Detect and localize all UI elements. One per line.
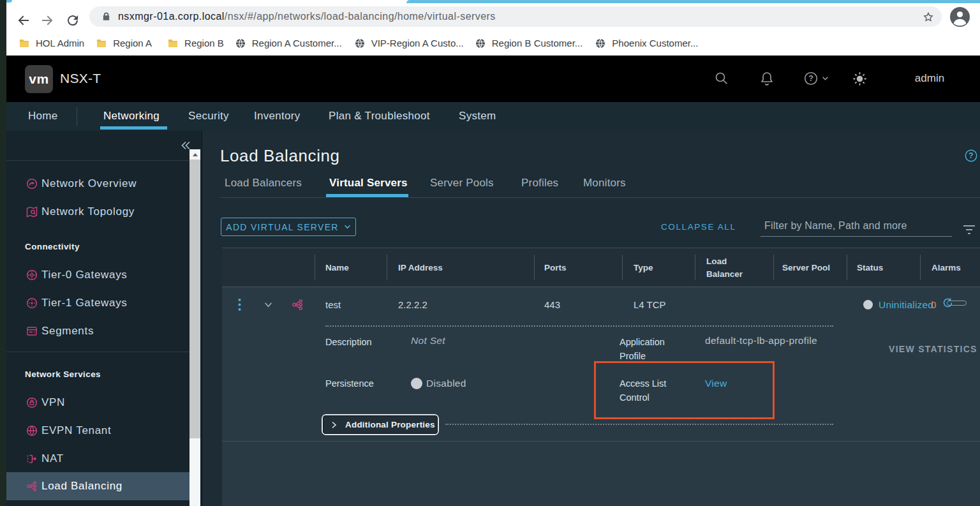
bookmark-label: Region A Customer... (252, 38, 342, 48)
view-statistics-button[interactable]: VIEW STATISTICS (889, 344, 977, 354)
chevron-right-icon (330, 421, 338, 429)
additional-properties-button[interactable]: Additional Properties (322, 414, 439, 435)
tab-server-pools[interactable]: Server Pools (430, 177, 494, 196)
cell-ip-address: 2.2.2.2 (398, 288, 427, 322)
url-path: /nsx/#/app/networks/load-balancing/home/… (225, 11, 496, 22)
bookmark-label: Region B (184, 38, 224, 48)
nav-inventory[interactable]: Inventory (254, 102, 301, 130)
sidebar-item-nat[interactable]: NAT (6, 445, 189, 473)
annotation-highlight-box (594, 361, 775, 419)
sidebar-item-segments[interactable]: Segments (6, 317, 189, 345)
bookmark-folder[interactable]: Region B (168, 34, 224, 52)
url-host: nsxmgr-01a.corp.local (118, 11, 225, 22)
bookmark-star-icon[interactable] (921, 10, 934, 23)
sidebar-item-load-balancing[interactable]: Load Balancing (6, 472, 189, 500)
browser-toolbar: nsxmgr-01a.corp.local/nsx/#/app/networks… (6, 3, 980, 31)
filter-field[interactable] (761, 216, 952, 237)
sidebar-section-connectivity: Connectivity (25, 242, 80, 251)
tabs-border (220, 197, 980, 198)
user-menu[interactable]: admin (895, 56, 965, 101)
forward-button[interactable] (38, 11, 56, 29)
bookmark-link[interactable]: Region B Customer... (475, 34, 583, 52)
bookmark-folder[interactable]: Region A (96, 34, 152, 52)
back-button[interactable] (15, 11, 33, 29)
notifications-bell-icon[interactable] (759, 71, 775, 86)
cell-status: Uninitialized (863, 288, 933, 322)
sidebar-item-network-topology[interactable]: Network Topology (6, 198, 189, 226)
persistence-value: Disabled (426, 376, 466, 391)
refresh-button[interactable] (64, 11, 82, 29)
cell-type: L4 TCP (634, 288, 666, 322)
sidebar-item-vpn[interactable]: VPN (6, 389, 189, 417)
folder-icon (19, 38, 29, 48)
nav-home[interactable]: Home (28, 102, 58, 130)
bookmark-label: Region B Customer... (492, 38, 583, 48)
help-icon[interactable]: ? (803, 71, 819, 86)
column-header-status[interactable]: Status (857, 248, 920, 287)
nsx-app-header: vm NSX-T ? admin (6, 56, 980, 102)
virtual-server-icon (292, 288, 304, 322)
status-dot (863, 300, 873, 309)
bookmark-label: Phoenix Customer... (612, 38, 698, 48)
filter-icon[interactable] (962, 224, 976, 235)
column-header-name[interactable]: Name (325, 248, 387, 287)
bookmark-link[interactable]: Region A Customer... (235, 34, 342, 52)
add-virtual-server-button[interactable]: ADD VIRTUAL SERVER (221, 218, 356, 236)
sidebar-item-tier0-gateways[interactable]: Tier-0 Gateways (6, 261, 189, 289)
tab-profiles[interactable]: Profiles (521, 177, 558, 196)
cell-name[interactable]: test (325, 288, 341, 322)
tab-strip-corner (6, 0, 12, 3)
svg-text:?: ? (808, 74, 813, 83)
persistence-status-dot (411, 378, 422, 389)
bookmark-folder[interactable]: HOL Admin (19, 34, 84, 52)
table-row[interactable]: test 2.2.2.2 443 L4 TCP Uninitialized 0 (222, 288, 980, 322)
screen: nsxmgr-01a.corp.local/nsx/#/app/networks… (0, 0, 980, 506)
column-header-ip-address[interactable]: IP Address (398, 248, 534, 287)
bookmark-link[interactable]: VIP-Region A Custo... (355, 34, 464, 52)
sidebar-item-tier1-gateways[interactable]: Tier-1 Gateways (6, 289, 189, 317)
column-header-server-pool[interactable]: Server Pool (782, 248, 847, 287)
tab-monitors[interactable]: Monitors (583, 177, 626, 196)
application-profile-label: Application Profile (620, 335, 683, 363)
column-header-ports[interactable]: Ports (544, 248, 622, 287)
search-icon[interactable] (714, 71, 729, 86)
tab-load-balancers[interactable]: Load Balancers (225, 177, 302, 196)
sidebar-scrollbar[interactable] (189, 149, 200, 506)
page-help-icon[interactable]: ? (964, 149, 978, 163)
globe-icon (355, 38, 365, 48)
url-text[interactable]: nsxmgr-01a.corp.local/nsx/#/app/networks… (118, 11, 496, 22)
theme-brightness-icon[interactable] (852, 71, 867, 86)
row-expand-chevron[interactable] (264, 288, 273, 322)
column-separator (622, 255, 623, 280)
address-bar[interactable]: nsxmgr-01a.corp.local/nsx/#/app/networks… (89, 6, 942, 27)
sidebar-item-label: VPN (41, 396, 65, 409)
vmware-logo[interactable]: vm (25, 65, 53, 93)
cell-ports: 443 (544, 288, 560, 322)
collapse-all-button[interactable]: COLLAPSE ALL (661, 222, 736, 232)
sidebar-item-network-overview[interactable]: Network Overview (6, 170, 189, 198)
sidebar-item-evpn-tenant[interactable]: EVPN Tenant (6, 417, 189, 445)
row-menu-icon[interactable] (238, 288, 241, 322)
sidebar-item-label: NAT (41, 452, 64, 465)
filter-input[interactable] (761, 216, 946, 235)
network-topology-icon (26, 206, 38, 218)
nav-networking[interactable]: Networking (103, 102, 160, 130)
column-header-alarms[interactable]: Alarms (932, 248, 980, 287)
scrollbar-thumb[interactable] (189, 160, 200, 438)
column-header-type[interactable]: Type (634, 248, 695, 287)
chevron-down-icon (344, 223, 351, 230)
globe-icon (475, 38, 486, 48)
primary-nav: Home Networking Security Inventory Plan … (6, 102, 980, 131)
nav-plan-troubleshoot[interactable]: Plan & Troubleshoot (329, 102, 430, 130)
bookmarks-bar: HOL Admin Region A Region B Region A Cus… (6, 31, 980, 56)
column-header-load-balancer[interactable]: Load Balancer (706, 248, 762, 287)
page-title: Load Balancing (220, 146, 340, 166)
scrollbar-up-arrow[interactable] (189, 149, 200, 160)
lock-icon (101, 11, 111, 22)
nav-system[interactable]: System (459, 102, 496, 130)
browser-profile-avatar[interactable] (950, 7, 970, 27)
tab-virtual-servers[interactable]: Virtual Servers (329, 177, 408, 196)
bookmark-link[interactable]: Phoenix Customer... (595, 34, 698, 52)
nav-security[interactable]: Security (188, 102, 229, 130)
folder-icon (96, 38, 107, 48)
